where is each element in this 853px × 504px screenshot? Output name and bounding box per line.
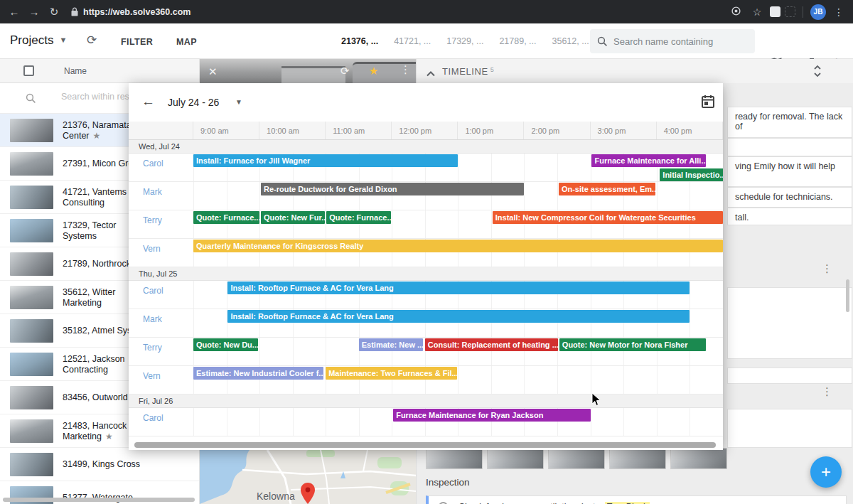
favorite-star-icon[interactable]: ★ [105,431,113,441]
timeline-card[interactable] [727,368,852,384]
favorite-star-icon[interactable]: ★ [369,65,378,77]
event-bar[interactable]: Initial Inspectio... [660,168,723,181]
event-bar[interactable]: Re-route Ductwork for Gerald Dixon [261,183,524,195]
scheduler-horizontal-scrollbar[interactable] [134,442,716,448]
address-bar[interactable]: https://web.solve360.com [71,7,191,17]
event-bar[interactable]: Quote: Furnace... [193,211,259,224]
inspection-photo-thumbnail[interactable] [487,448,544,469]
inspection-photo-thumbnail[interactable] [426,448,483,469]
sidebar-horizontal-scrollbar[interactable] [3,498,195,502]
event-bar[interactable]: Maintenance: Two Furnaces & Fil... [326,367,457,380]
refresh-icon[interactable]: ⟳ [340,65,350,77]
time-tick-label: 3:00 pm [591,122,657,139]
project-tab-0[interactable]: 21376, ... [341,36,378,46]
list-header-row: Name [0,59,199,83]
time-tick-label: 1:00 pm [458,122,524,139]
more-options-icon[interactable]: ⋮ [822,267,832,271]
refresh-icon[interactable]: ⟳ [87,33,97,48]
event-bar[interactable]: Quote: Furnace... [326,211,391,224]
name-column-header: Name [64,66,87,76]
back-arrow-icon[interactable]: ← [141,94,155,109]
calendar-icon[interactable] [702,95,714,112]
timeline-note-fragment[interactable]: ready for removal. The lack of [727,107,852,138]
event-bar[interactable]: Furnace Maintenance for Ryan Jackson [393,409,590,422]
timeline-note-fragment[interactable]: schedule for technicians. [727,187,852,208]
map-view[interactable]: Kelowna [200,450,416,504]
event-bar[interactable]: On-site assessment, Em... [559,183,655,195]
time-tick-label: 2:00 pm [524,122,590,139]
inspection-section-title: Inspection [426,477,470,488]
more-options-icon[interactable]: ⋮ [400,63,411,76]
inspection-photo-thumbnail[interactable] [670,448,727,469]
extension-faint-icon[interactable] [785,6,795,17]
profile-avatar[interactable]: JB [810,4,826,20]
project-tab-2[interactable]: 17329, ... [446,36,483,46]
event-bar[interactable]: Install: Rooftop Furnace & AC for Vera L… [227,310,690,323]
add-fab-button[interactable]: + [810,456,842,488]
project-tab-4[interactable]: 35612, ... [552,36,589,46]
event-bar[interactable]: Install: Rooftop Furnace & AC for Vera L… [227,282,690,294]
timeline-card[interactable] [727,409,852,448]
bookmark-star-icon[interactable]: ☆ [749,6,766,18]
event-bar[interactable]: Install: Furnace for Jill Wagner [193,154,458,167]
event-bar[interactable]: Consult: Replacement of heating ... [425,338,558,351]
timeline-note-fragment[interactable]: tall. [727,208,852,225]
project-thumbnail [10,186,53,209]
browser-toolbar: ← → ↻ https://web.solve360.com ☆ JB ⋮ [0,0,853,23]
map-button[interactable]: MAP [176,37,197,47]
event-bar[interactable]: Quote: New Motor for Nora Fisher [559,338,706,351]
extension-icon[interactable] [770,6,780,17]
event-bar[interactable]: Furnace Maintenance for Alli... [591,154,705,167]
technician-row: VernEstimate: New Industrial Cooler f...… [129,366,723,395]
browser-menu-icon[interactable]: ⋮ [830,6,847,18]
timeline-note-fragment[interactable] [727,138,852,156]
technician-name: Mark [143,314,162,324]
scheduler-modal: ← July 24 - 26 ▼ 9:00 am10:00 am11:00 am… [129,83,723,450]
close-icon[interactable]: ✕ [208,65,218,78]
event-bar[interactable]: Quarterly Maintenance for Kingscross Rea… [193,240,723,252]
project-photo-banner: ✕ ⟳ ★ ⋮ [200,59,416,83]
project-thumbnail [10,119,53,142]
event-bar[interactable]: Estimate: New Industrial Cooler f... [193,367,323,380]
search-icon [597,36,608,47]
timeline-card[interactable] [727,287,852,359]
technician-name: Vern [143,244,161,254]
header-search[interactable] [590,29,755,53]
filter-button[interactable]: FILTER [121,37,153,47]
inspection-checklist-item[interactable]: Check for damage, ventilation ducts Tom … [426,495,847,504]
more-options-icon[interactable]: ⋮ [822,390,832,394]
technician-row: MarkInstall: Rooftop Furnace & AC for Ve… [129,309,723,338]
event-bar[interactable]: Quote: New Fur... [261,211,325,224]
project-thumbnail [10,286,53,309]
projects-menu[interactable]: Projects▼ [10,33,67,48]
event-bar[interactable]: Install: New Compressor Coil for Waterga… [493,211,723,224]
browser-reload-icon[interactable]: ↻ [44,6,64,18]
timeline-note-fragment[interactable]: ving Emily how it will help [727,156,852,187]
chevron-down-icon[interactable]: ▼ [235,98,242,106]
target-icon[interactable] [727,6,744,18]
browser-back-icon[interactable]: ← [4,6,24,18]
project-tab-3[interactable]: 21789, ... [499,36,536,46]
project-thumbnail [10,319,53,343]
date-range-title[interactable]: July 24 - 26 [168,97,219,108]
project-tab-1[interactable]: 41721, ... [394,36,431,46]
favorite-star-icon[interactable]: ★ [93,131,101,141]
inspection-photo-thumbnail[interactable] [609,448,666,469]
event-bar[interactable]: Quote: New Du... [193,338,258,351]
chevron-up-icon[interactable] [426,67,435,80]
project-name-line1: 31499, Kings Cross [63,459,198,470]
expand-collapse-all-icon[interactable] [813,65,822,80]
vertical-scrollbar[interactable] [846,279,849,312]
event-bar[interactable]: Estimate: New ... [359,338,423,351]
select-all-checkbox[interactable] [23,65,34,76]
inspection-photo-thumbnail[interactable] [548,448,605,469]
technician-row: CarolFurnace Maintenance for Ryan Jackso… [129,408,723,436]
browser-forward-icon[interactable]: → [24,6,44,18]
project-thumbnail [10,252,53,276]
technician-row: VernQuarterly Maintenance for Kingscross… [129,239,723,267]
hvac-photo-fragment [281,66,345,83]
time-tick-label: 12:00 pm [392,122,458,139]
timeline-title: TIMELINE [442,66,488,77]
search-input[interactable] [613,36,741,47]
project-list-item[interactable]: 31499, Kings Cross [0,448,199,481]
